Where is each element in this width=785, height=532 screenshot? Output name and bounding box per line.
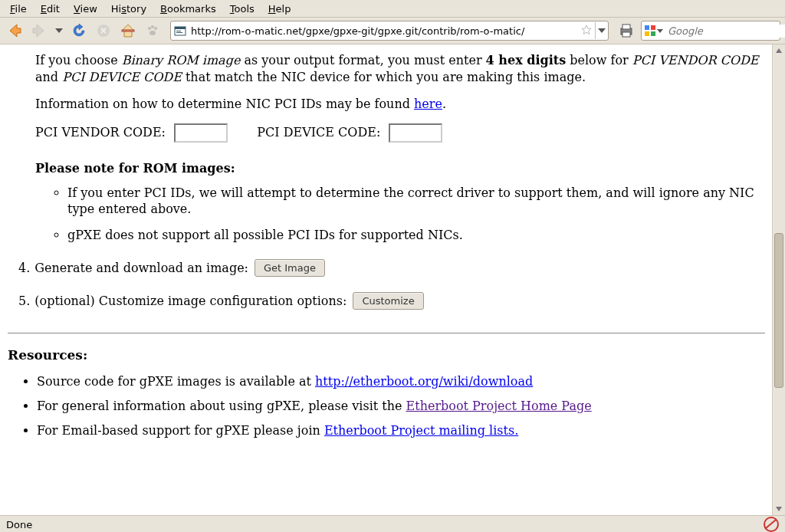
menu-history[interactable]: History bbox=[104, 2, 153, 16]
resources-list: Source code for gPXE images is available… bbox=[20, 373, 767, 440]
vertical-scrollbar[interactable] bbox=[772, 44, 785, 515]
search-bar[interactable] bbox=[641, 21, 780, 41]
resources-item-1: Source code for gPXE images is available… bbox=[37, 373, 767, 390]
reload-button[interactable] bbox=[69, 21, 89, 41]
here-link[interactable]: here bbox=[414, 97, 442, 111]
step4-number: 4. bbox=[18, 261, 30, 275]
rom-note-heading: Please note for ROM images: bbox=[35, 161, 767, 176]
svg-point-2 bbox=[148, 27, 151, 30]
scroll-down-arrow-icon[interactable] bbox=[773, 503, 785, 515]
svg-point-5 bbox=[149, 31, 156, 35]
resources-item-2: For general information about using gPXE… bbox=[37, 398, 767, 415]
noscript-icon[interactable] bbox=[764, 517, 779, 532]
separator bbox=[8, 333, 765, 333]
scroll-thumb[interactable] bbox=[774, 233, 783, 388]
svg-point-4 bbox=[154, 27, 157, 30]
scroll-track[interactable] bbox=[773, 57, 785, 503]
status-text: Done bbox=[6, 519, 32, 530]
search-input[interactable] bbox=[666, 25, 785, 38]
etherboot-home-link[interactable]: Etherboot Project Home Page bbox=[406, 399, 592, 413]
svg-rect-12 bbox=[622, 32, 630, 37]
step4-text: Generate and download an image: bbox=[34, 261, 248, 275]
customize-button[interactable]: Customize bbox=[353, 292, 423, 310]
svg-rect-1 bbox=[122, 30, 134, 31]
site-favicon-icon bbox=[174, 25, 186, 37]
resources-heading: Resources: bbox=[8, 347, 767, 363]
menu-help[interactable]: Help bbox=[261, 2, 298, 16]
svg-rect-13 bbox=[645, 25, 649, 30]
vendor-code-label: PCI VENDOR CODE: bbox=[35, 125, 166, 140]
device-code-label: PCI DEVICE CODE: bbox=[257, 125, 380, 140]
svg-rect-16 bbox=[651, 31, 655, 36]
scroll-up-arrow-icon[interactable] bbox=[773, 44, 785, 57]
menu-file[interactable]: File bbox=[3, 2, 34, 16]
status-bar: Done bbox=[0, 516, 785, 532]
home-button[interactable] bbox=[118, 21, 138, 41]
pci-fields-row: PCI VENDOR CODE: PCI DEVICE CODE: bbox=[35, 123, 767, 143]
url-bar[interactable] bbox=[170, 21, 609, 41]
source-code-link[interactable]: http://etherboot.org/wiki/download bbox=[315, 374, 533, 389]
search-engine-icon[interactable] bbox=[642, 25, 666, 37]
rom-note-list: If you enter PCI IDs, we will attempt to… bbox=[51, 185, 767, 244]
svg-rect-9 bbox=[176, 32, 182, 33]
get-image-button[interactable]: Get Image bbox=[255, 259, 325, 277]
info-line: Information on how to determine NIC PCI … bbox=[35, 96, 767, 113]
menu-view[interactable]: View bbox=[67, 2, 104, 16]
content-area: 3. ( optional — for Binary ROM image for… bbox=[0, 44, 785, 516]
svg-point-3 bbox=[151, 25, 154, 28]
menu-bookmarks[interactable]: Bookmarks bbox=[153, 2, 223, 16]
svg-rect-8 bbox=[176, 31, 181, 31]
mailing-lists-link[interactable]: Etherboot Project mailing lists. bbox=[324, 423, 518, 438]
forward-button[interactable] bbox=[29, 21, 49, 41]
step5-number: 5. bbox=[18, 294, 30, 308]
bookmark-star-icon[interactable] bbox=[581, 25, 593, 37]
vendor-code-input[interactable] bbox=[174, 123, 228, 143]
stop-button[interactable] bbox=[94, 21, 113, 41]
menu-bar: File Edit View History Bookmarks Tools H… bbox=[0, 0, 785, 18]
step5-row: 5. (optional) Customize image configurat… bbox=[18, 292, 767, 310]
svg-rect-11 bbox=[622, 25, 630, 29]
url-dropdown-button[interactable] bbox=[595, 22, 608, 39]
recent-dropdown-button[interactable] bbox=[54, 21, 64, 41]
print-button[interactable] bbox=[616, 21, 636, 41]
menu-tools[interactable]: Tools bbox=[223, 2, 261, 16]
back-button[interactable] bbox=[5, 21, 25, 41]
rom-note-item-2: gPXE does not support all possible PCI I… bbox=[67, 227, 767, 244]
rom-note-item-1: If you enter PCI IDs, we will attempt to… bbox=[67, 185, 767, 218]
device-code-input[interactable] bbox=[389, 123, 442, 143]
intro-paragraph: If you choose Binary ROM image as your o… bbox=[35, 52, 767, 85]
toolbar bbox=[0, 18, 785, 44]
step4-row: 4. Generate and download an image: Get I… bbox=[18, 259, 767, 277]
resources-item-3: For Email-based support for gPXE please … bbox=[37, 422, 767, 439]
step5-text: (optional) Customize image configuration… bbox=[34, 294, 347, 308]
paw-icon[interactable] bbox=[143, 21, 163, 41]
menu-edit[interactable]: Edit bbox=[34, 2, 67, 16]
url-input[interactable] bbox=[189, 22, 581, 39]
svg-rect-15 bbox=[645, 31, 649, 36]
svg-rect-14 bbox=[651, 25, 655, 30]
svg-rect-7 bbox=[175, 27, 186, 29]
